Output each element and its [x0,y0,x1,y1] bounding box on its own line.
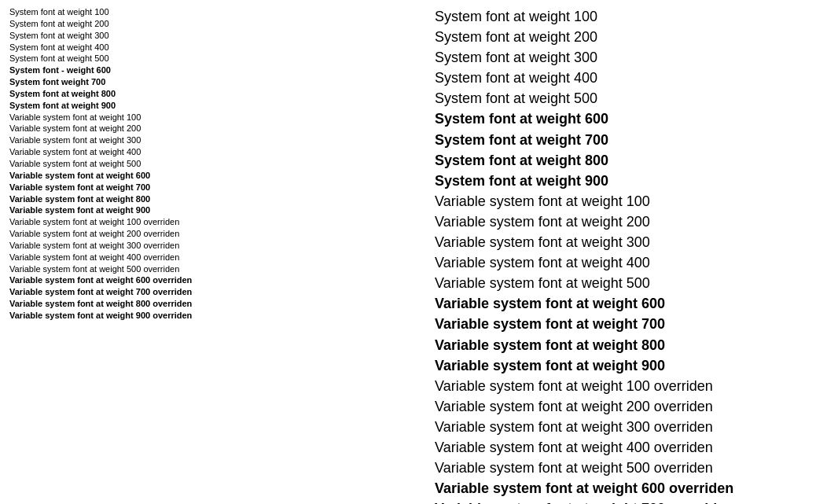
system-font-item: System font at weight 500 [435,88,829,109]
variable-font-item: Variable system font at weight 900 [435,355,829,376]
variable-font-overriden-item: Variable system font at weight 100 overr… [435,376,829,396]
variable-font-overriden-item: Variable system font at weight 200 overr… [9,228,403,240]
variable-font-overriden-item: Variable system font at weight 700 overr… [435,498,829,504]
variable-font-overriden-item: Variable system font at weight 800 overr… [9,298,403,310]
system-font-item: System font at weight 900 [435,171,829,191]
variable-font-overriden-item: Variable system font at weight 200 overr… [435,396,829,417]
right-column: System font at weight 100System font at … [419,6,829,504]
variable-font-overriden-item: Variable system font at weight 100 overr… [9,216,403,228]
left-column: System font at weight 100System font at … [9,6,419,504]
variable-font-item: Variable system font at weight 400 [435,252,829,273]
variable-font-item: Variable system font at weight 700 [435,314,829,334]
variable-font-item: Variable system font at weight 500 [9,158,403,170]
system-font-item: System font at weight 100 [9,6,403,18]
variable-font-overriden-item: Variable system font at weight 400 overr… [435,437,829,458]
variable-font-overriden-item: Variable system font at weight 700 overr… [9,286,403,298]
system-font-item: System font at weight 900 [9,100,403,112]
variable-font-item: Variable system font at weight 900 [9,204,403,216]
system-font-item: System font at weight 800 [435,150,829,171]
variable-font-item: Variable system font at weight 800 [435,335,829,355]
variable-font-overriden-item: Variable system font at weight 400 overr… [9,252,403,263]
variable-font-item: Variable system font at weight 600 [9,170,403,182]
variable-font-item: Variable system font at weight 300 [9,134,403,146]
system-font-item: System font at weight 700 [435,130,829,150]
system-font-item: System font at weight 400 [435,68,829,88]
variable-font-overriden-item: Variable system font at weight 900 overr… [9,310,403,322]
variable-font-item: Variable system font at weight 800 [9,193,403,205]
variable-font-item: Variable system font at weight 300 [435,232,829,252]
variable-font-overriden-item: Variable system font at weight 600 overr… [435,478,829,498]
variable-font-item: Variable system font at weight 100 [435,191,829,212]
system-font-item: System font at weight 400 [9,42,403,53]
system-font-item: System font at weight 200 [435,27,829,47]
variable-font-overriden-item: Variable system font at weight 600 overr… [9,274,403,286]
system-font-item: System font - weight 600 [9,64,403,76]
variable-font-item: Variable system font at weight 700 [9,182,403,193]
system-font-item: System font at weight 300 [9,30,403,42]
variable-font-item: Variable system font at weight 200 [9,123,403,134]
system-font-item: System font at weight 300 [435,47,829,68]
system-font-item: System font at weight 500 [9,53,403,64]
variable-font-overriden-item: Variable system font at weight 500 overr… [9,263,403,275]
variable-font-overriden-item: Variable system font at weight 300 overr… [9,240,403,252]
variable-font-item: Variable system font at weight 200 [435,212,829,232]
variable-font-overriden-item: Variable system font at weight 500 overr… [435,458,829,478]
system-font-item: System font at weight 800 [9,88,403,100]
system-font-item: System font at weight 600 [435,109,829,129]
system-font-item: System font at weight 200 [9,18,403,30]
variable-font-overriden-item: Variable system font at weight 300 overr… [435,417,829,437]
variable-font-item: Variable system font at weight 400 [9,146,403,158]
variable-font-item: Variable system font at weight 600 [435,293,829,314]
system-font-item: System font at weight 100 [435,6,829,27]
system-font-item: System font weight 700 [9,76,403,88]
variable-font-item: Variable system font at weight 500 [435,273,829,293]
variable-font-item: Variable system font at weight 100 [9,112,403,123]
